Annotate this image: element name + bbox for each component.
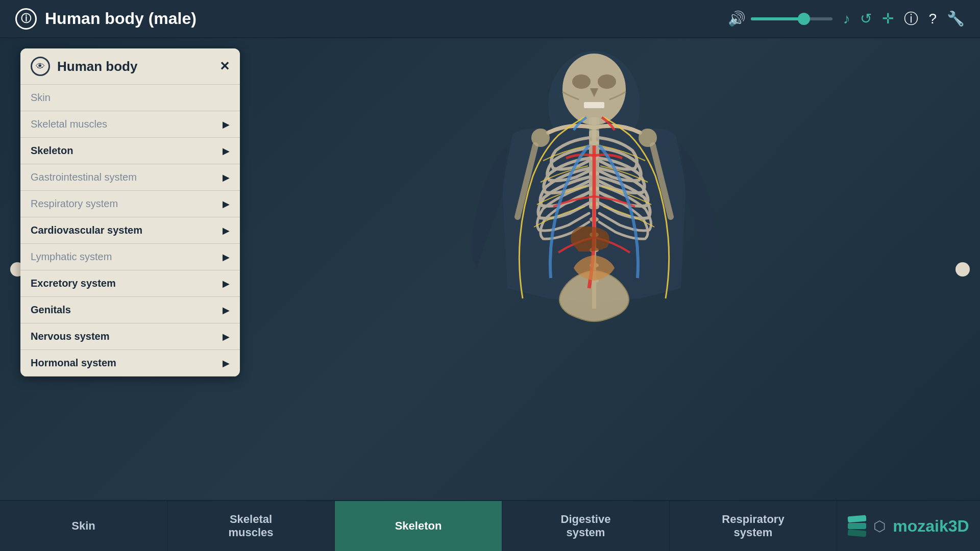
panel-item-label: Genitals [31,304,71,316]
svg-rect-20 [589,117,599,138]
bottom-navigation: SkinSkeletal musclesSkeletonDigestive sy… [0,500,980,551]
volume-thumb[interactable] [798,13,810,25]
panel-item-arrow-icon: ▶ [223,278,230,289]
bottom-tab-digestive-system[interactable]: Digestive system [502,501,670,551]
panel-item-gastrointestinal-system[interactable]: Gastrointestinal system▶ [20,164,240,191]
panel-item-label: Gastrointestinal system [31,171,137,183]
panel-item-arrow-icon: ▶ [223,198,230,210]
body-systems-panel: 👁 Human body ✕ SkinSkeletal muscles▶Skel… [20,48,240,377]
brand-text-accent: 3D [948,517,969,535]
header-info-icon[interactable]: ⓘ [15,8,37,30]
header-toolbar: 🔊 ♪ ↺ ✛ ⓘ ? 🔧 [728,9,965,29]
panel-items-list: SkinSkeletal muscles▶Skeleton▶Gastrointe… [20,85,240,377]
volume-icon: 🔊 [728,10,746,27]
panel-eye-icon: 👁 [31,57,50,76]
panel-item-label: Skeletal muscles [31,118,107,130]
brand-layer-top [848,515,867,522]
vr-icon[interactable]: ⬡ [873,518,886,535]
svg-point-3 [598,74,616,89]
app-title: Human body (male) [45,9,197,28]
panel-item-arrow-icon: ▶ [223,331,230,342]
settings-icon[interactable]: 🔧 [947,10,965,27]
bottom-tab-skeleton[interactable]: Skeleton [335,501,502,551]
panel-header: 👁 Human body ✕ [20,48,240,85]
panel-item-arrow-icon: ▶ [223,172,230,183]
brand-layer-mid [848,523,866,529]
move-icon[interactable]: ✛ [882,10,894,27]
volume-control[interactable]: 🔊 [728,10,832,27]
bottom-tab-skeletal-muscles[interactable]: Skeletal muscles [167,501,335,551]
svg-rect-4 [584,102,604,108]
panel-item-label: Skin [31,92,51,104]
app-header: ⓘ Human body (male) 🔊 ♪ ↺ ✛ ⓘ ? 🔧 [0,0,980,38]
bottom-tabs: SkinSkeletal musclesSkeletonDigestive sy… [0,501,837,551]
panel-item-nervous-system[interactable]: Nervous system▶ [20,323,240,350]
panel-item-arrow-icon: ▶ [223,252,230,263]
body-visualization[interactable] [421,43,768,505]
panel-item-lymphatic-system[interactable]: Lymphatic system▶ [20,244,240,270]
header-left: ⓘ Human body (male) [15,8,197,30]
panel-header-left: 👁 Human body [31,57,137,76]
panel-item-skeleton[interactable]: Skeleton▶ [20,138,240,164]
panel-item-hormonal-system[interactable]: Hormonal system▶ [20,350,240,377]
brand-layer-bot [848,529,867,537]
panel-item-skeletal-muscles[interactable]: Skeletal muscles▶ [20,111,240,138]
right-nav-dot[interactable] [955,262,970,277]
brand-text-black: mozaik [893,517,948,535]
bottom-tab-skin[interactable]: Skin [0,501,167,551]
panel-title: Human body [57,59,137,74]
info-icon[interactable]: ⓘ [904,9,918,29]
panel-item-arrow-icon: ▶ [223,119,230,130]
panel-item-label: Hormonal system [31,357,116,369]
panel-item-arrow-icon: ▶ [223,145,230,157]
panel-item-label: Nervous system [31,331,110,342]
volume-slider[interactable] [751,17,832,20]
music-icon[interactable]: ♪ [843,11,850,27]
brand-area: ⬡ mozaik3D [837,501,980,551]
svg-point-2 [572,74,591,89]
reset-icon[interactable]: ↺ [860,10,872,27]
panel-item-label: Excretory system [31,278,116,289]
main-viewport: 👁 Human body ✕ SkinSkeletal muscles▶Skel… [0,38,980,500]
panel-item-genitals[interactable]: Genitals▶ [20,297,240,323]
panel-item-arrow-icon: ▶ [223,305,230,316]
brand-name: mozaik3D [893,517,969,536]
help-icon[interactable]: ? [928,11,937,27]
panel-item-label: Skeleton [31,145,73,157]
bottom-tab-respiratory-system[interactable]: Respiratory system [670,501,837,551]
panel-close-button[interactable]: ✕ [219,59,230,73]
panel-item-respiratory-system[interactable]: Respiratory system▶ [20,191,240,217]
panel-item-cardiovascular-system[interactable]: Cardiovascular system▶ [20,217,240,244]
panel-item-arrow-icon: ▶ [223,358,230,369]
panel-item-label: Respiratory system [31,198,118,210]
panel-item-skin[interactable]: Skin [20,85,240,111]
brand-logo [848,516,866,536]
panel-item-arrow-icon: ▶ [223,225,230,236]
panel-item-excretory-system[interactable]: Excretory system▶ [20,270,240,297]
panel-item-label: Lymphatic system [31,251,112,263]
panel-item-label: Cardiovascular system [31,224,142,236]
volume-fill [751,17,804,20]
